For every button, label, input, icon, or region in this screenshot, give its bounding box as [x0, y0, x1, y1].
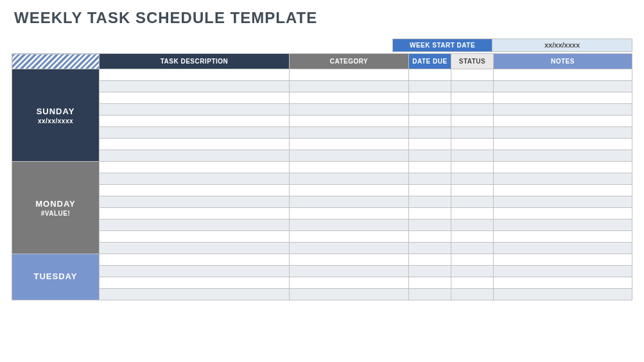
cell-category[interactable]	[290, 162, 409, 173]
cell-notes[interactable]	[494, 173, 632, 185]
cell-category[interactable]	[290, 277, 409, 289]
cell-date-due[interactable]	[409, 254, 451, 266]
cell-task[interactable]	[100, 139, 290, 150]
cell-date-due[interactable]	[409, 266, 451, 277]
cell-notes[interactable]	[494, 254, 632, 266]
cell-notes[interactable]	[494, 220, 632, 231]
cell-notes[interactable]	[494, 196, 632, 208]
cell-notes[interactable]	[494, 231, 632, 243]
cell-date-due[interactable]	[409, 196, 451, 208]
cell-status[interactable]	[451, 69, 494, 81]
cell-task[interactable]	[100, 162, 290, 173]
cell-status[interactable]	[451, 196, 494, 208]
cell-category[interactable]	[290, 231, 409, 243]
cell-status[interactable]	[451, 150, 494, 162]
week-start-value[interactable]: xx/xx/xxxx	[492, 39, 632, 52]
cell-task[interactable]	[100, 81, 290, 92]
cell-notes[interactable]	[494, 104, 632, 116]
cell-notes[interactable]	[494, 127, 632, 139]
cell-date-due[interactable]	[409, 150, 451, 162]
cell-category[interactable]	[290, 127, 409, 139]
cell-category[interactable]	[290, 208, 409, 220]
cell-task[interactable]	[100, 220, 290, 231]
cell-task[interactable]	[100, 127, 290, 139]
cell-notes[interactable]	[494, 185, 632, 196]
cell-category[interactable]	[290, 220, 409, 231]
cell-status[interactable]	[451, 81, 494, 92]
cell-notes[interactable]	[494, 266, 632, 277]
cell-task[interactable]	[100, 243, 290, 254]
cell-status[interactable]	[451, 243, 494, 254]
cell-status[interactable]	[451, 277, 494, 289]
cell-notes[interactable]	[494, 277, 632, 289]
cell-notes[interactable]	[494, 162, 632, 173]
cell-category[interactable]	[290, 173, 409, 185]
cell-category[interactable]	[290, 150, 409, 162]
cell-date-due[interactable]	[409, 139, 451, 150]
cell-notes[interactable]	[494, 81, 632, 92]
cell-task[interactable]	[100, 150, 290, 162]
cell-notes[interactable]	[494, 289, 632, 300]
cell-status[interactable]	[451, 231, 494, 243]
cell-category[interactable]	[290, 254, 409, 266]
cell-category[interactable]	[290, 196, 409, 208]
cell-task[interactable]	[100, 266, 290, 277]
cell-task[interactable]	[100, 92, 290, 104]
cell-category[interactable]	[290, 69, 409, 81]
cell-task[interactable]	[100, 289, 290, 300]
cell-date-due[interactable]	[409, 220, 451, 231]
cell-category[interactable]	[290, 104, 409, 116]
cell-task[interactable]	[100, 69, 290, 81]
cell-date-due[interactable]	[409, 277, 451, 289]
cell-date-due[interactable]	[409, 231, 451, 243]
cell-status[interactable]	[451, 173, 494, 185]
cell-date-due[interactable]	[409, 81, 451, 92]
cell-status[interactable]	[451, 254, 494, 266]
cell-status[interactable]	[451, 139, 494, 150]
cell-task[interactable]	[100, 173, 290, 185]
cell-status[interactable]	[451, 127, 494, 139]
cell-notes[interactable]	[494, 150, 632, 162]
cell-task[interactable]	[100, 185, 290, 196]
cell-task[interactable]	[100, 254, 290, 266]
cell-category[interactable]	[290, 81, 409, 92]
cell-date-due[interactable]	[409, 208, 451, 220]
cell-status[interactable]	[451, 104, 494, 116]
cell-date-due[interactable]	[409, 116, 451, 127]
cell-task[interactable]	[100, 277, 290, 289]
cell-notes[interactable]	[494, 69, 632, 81]
cell-category[interactable]	[290, 139, 409, 150]
cell-notes[interactable]	[494, 243, 632, 254]
cell-date-due[interactable]	[409, 243, 451, 254]
cell-task[interactable]	[100, 196, 290, 208]
cell-notes[interactable]	[494, 92, 632, 104]
cell-status[interactable]	[451, 185, 494, 196]
cell-date-due[interactable]	[409, 185, 451, 196]
cell-date-due[interactable]	[409, 69, 451, 81]
cell-notes[interactable]	[494, 208, 632, 220]
cell-category[interactable]	[290, 116, 409, 127]
cell-date-due[interactable]	[409, 173, 451, 185]
cell-status[interactable]	[451, 116, 494, 127]
cell-notes[interactable]	[494, 139, 632, 150]
cell-status[interactable]	[451, 92, 494, 104]
cell-task[interactable]	[100, 208, 290, 220]
cell-status[interactable]	[451, 162, 494, 173]
cell-task[interactable]	[100, 116, 290, 127]
cell-notes[interactable]	[494, 116, 632, 127]
cell-date-due[interactable]	[409, 127, 451, 139]
cell-date-due[interactable]	[409, 104, 451, 116]
cell-category[interactable]	[290, 243, 409, 254]
cell-status[interactable]	[451, 289, 494, 300]
cell-task[interactable]	[100, 231, 290, 243]
cell-category[interactable]	[290, 185, 409, 196]
cell-status[interactable]	[451, 266, 494, 277]
cell-category[interactable]	[290, 289, 409, 300]
cell-date-due[interactable]	[409, 289, 451, 300]
cell-status[interactable]	[451, 208, 494, 220]
cell-category[interactable]	[290, 266, 409, 277]
cell-date-due[interactable]	[409, 162, 451, 173]
cell-task[interactable]	[100, 104, 290, 116]
cell-status[interactable]	[451, 220, 494, 231]
cell-category[interactable]	[290, 92, 409, 104]
